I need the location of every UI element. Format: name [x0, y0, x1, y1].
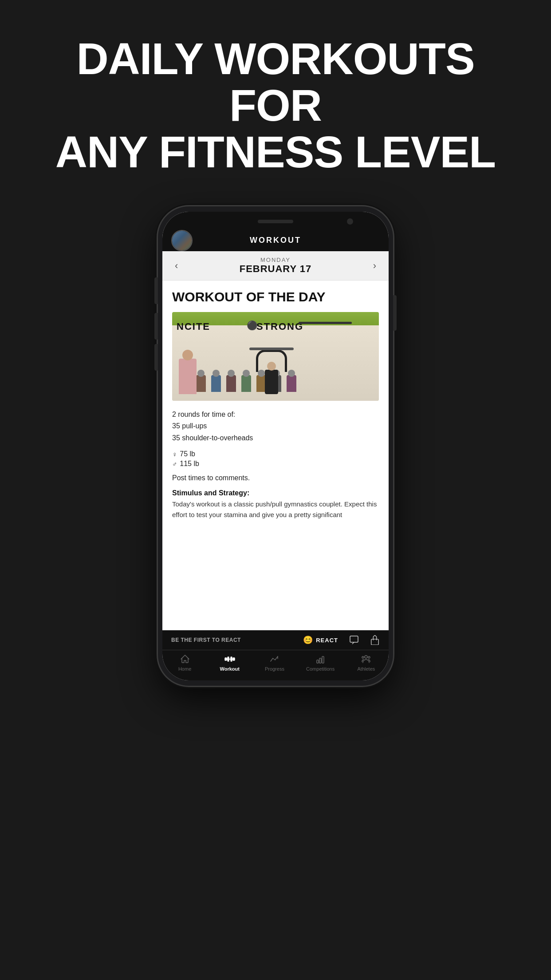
nav-item-home[interactable]: Home — [172, 654, 198, 672]
gym-people — [172, 339, 379, 401]
svg-rect-8 — [317, 660, 319, 663]
react-button[interactable]: 😊 REACT — [303, 635, 338, 645]
action-buttons: 😊 REACT — [303, 635, 380, 645]
athlete-body — [265, 370, 278, 394]
home-label: Home — [178, 666, 191, 672]
app-header: WORKOUT — [162, 231, 389, 251]
female-symbol: ♀ — [172, 450, 177, 458]
person-2 — [196, 375, 206, 392]
svg-rect-9 — [319, 658, 321, 663]
person-5 — [241, 375, 251, 392]
nav-item-athletes[interactable]: Athletes — [353, 654, 379, 672]
share-icon — [370, 635, 380, 645]
date-display: MONDAY FEBRUARY 17 — [240, 257, 312, 275]
svg-point-12 — [368, 656, 370, 658]
svg-rect-5 — [233, 658, 235, 660]
nav-item-workout[interactable]: Workout — [216, 654, 243, 672]
prev-date-button[interactable]: ‹ — [171, 258, 181, 273]
workout-of-the-day-title: WORKOUT OF THE DAY — [172, 289, 379, 304]
barbell — [249, 348, 294, 350]
full-date: FEBRUARY 17 — [240, 263, 312, 275]
strategy-section: Stimulus and Strategy: Today's workout i… — [172, 489, 379, 520]
main-athlete — [265, 370, 278, 394]
workout-label: Workout — [220, 666, 240, 672]
athletes-label: Athletes — [358, 666, 375, 672]
phone-mockup: WORKOUT ‹ MONDAY FEBRUARY 17 › WORKOUT O… — [158, 206, 393, 686]
svg-rect-6 — [228, 657, 229, 661]
svg-rect-10 — [322, 656, 324, 663]
workout-content: WORKOUT OF THE DAY NCITE ⚫ STRONG — [162, 281, 389, 630]
react-prompt: BE THE FIRST TO REACT — [171, 637, 241, 643]
competitions-label: Competitions — [306, 666, 335, 672]
seated-audience — [181, 375, 379, 392]
workout-description: 2 rounds for time of: 35 pull-ups 35 sho… — [172, 409, 379, 444]
svg-rect-0 — [350, 636, 358, 642]
svg-point-11 — [365, 656, 367, 658]
app-header-title: WORKOUT — [250, 236, 301, 245]
home-icon — [180, 654, 190, 664]
action-bar: BE THE FIRST TO REACT 😊 REACT — [162, 630, 389, 650]
gym-banner-text: NCITE — [177, 321, 210, 332]
competitions-icon — [315, 654, 326, 664]
male-weight: ♂ 115 lb — [172, 460, 379, 468]
person-4 — [226, 375, 236, 392]
react-icon: 😊 — [303, 635, 313, 645]
hero-title: DAILY WORKOUTS FOR ANY FITNESS LEVEL — [0, 0, 551, 202]
nav-item-competitions[interactable]: Competitions — [306, 654, 335, 672]
react-label: REACT — [316, 637, 338, 644]
left-athlete-head — [182, 350, 193, 360]
avatar-image — [172, 231, 192, 250]
strategy-title: Stimulus and Strategy: — [172, 489, 379, 497]
progress-label: Progress — [265, 666, 284, 672]
gym-scene: NCITE ⚫ STRONG — [172, 312, 379, 401]
workout-icon — [224, 654, 235, 664]
person-8 — [287, 375, 296, 392]
progress-icon — [269, 654, 280, 664]
comment-icon — [349, 635, 359, 645]
svg-rect-7 — [231, 657, 232, 661]
phone-screen: WORKOUT ‹ MONDAY FEBRUARY 17 › WORKOUT O… — [162, 212, 389, 680]
strategy-text: Today's workout is a classic push/pull g… — [172, 499, 379, 520]
date-navigation: ‹ MONDAY FEBRUARY 17 › — [162, 251, 389, 281]
male-weight-value: 115 lb — [180, 460, 199, 468]
male-symbol: ♂ — [172, 460, 177, 468]
nav-item-progress[interactable]: Progress — [261, 654, 288, 672]
female-weight-value: 75 lb — [180, 450, 195, 458]
barbell-rack — [299, 322, 352, 324]
weight-info: ♀ 75 lb ♂ 115 lb — [172, 450, 379, 468]
front-camera — [347, 218, 353, 225]
svg-rect-2 — [371, 639, 379, 645]
workout-image: NCITE ⚫ STRONG — [172, 312, 379, 401]
person-3 — [211, 375, 221, 392]
svg-rect-4 — [225, 658, 227, 660]
avatar[interactable] — [171, 230, 193, 251]
speaker — [258, 220, 293, 223]
svg-point-13 — [362, 656, 364, 658]
comment-button[interactable] — [349, 635, 359, 645]
gym-banner-strong: STRONG — [256, 321, 303, 332]
athletes-icon — [361, 654, 371, 664]
phone-notch — [162, 212, 389, 231]
phone-outer: WORKOUT ‹ MONDAY FEBRUARY 17 › WORKOUT O… — [158, 206, 393, 686]
post-times-text: Post times to comments. — [172, 474, 379, 482]
share-button[interactable] — [370, 635, 380, 645]
bottom-navigation: Home Workout — [162, 650, 389, 680]
next-date-button[interactable]: › — [370, 258, 380, 273]
day-of-week: MONDAY — [240, 257, 312, 263]
female-weight: ♀ 75 lb — [172, 450, 379, 458]
left-athlete — [179, 359, 197, 394]
